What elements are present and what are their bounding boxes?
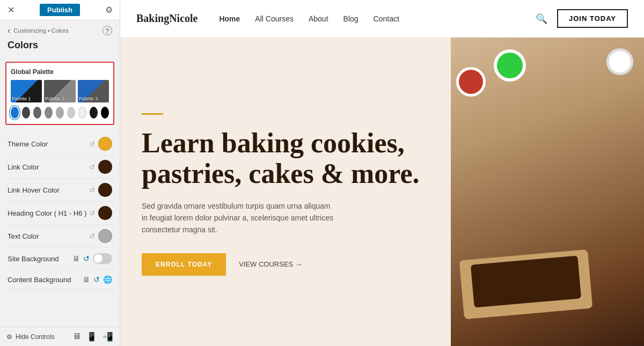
tablet-icon[interactable]: 📱 <box>86 332 97 342</box>
color-dot-6[interactable] <box>78 107 87 119</box>
bottom-bar: ⚙ Hide Controls 🖥 📱 📲 <box>0 327 120 346</box>
theme-color-row: Theme Color ↺ <box>5 132 114 156</box>
hero-accent-bar <box>142 113 163 115</box>
content-background-row: Content Background 🖥 ↺ 🌐 <box>5 270 114 290</box>
content-background-icons: 🖥 ↺ 🌐 <box>83 275 112 284</box>
color-dot-2[interactable] <box>33 107 41 119</box>
text-color-swatch[interactable] <box>98 229 112 243</box>
nav-link-about[interactable]: About <box>309 14 328 23</box>
hero-buttons: ENROLL TODAY VIEW COURSES → <box>142 253 429 276</box>
site-bg-refresh-icon[interactable]: ↺ <box>83 254 90 263</box>
site-bg-monitor-icon[interactable]: 🖥 <box>72 254 80 263</box>
view-courses-link[interactable]: VIEW COURSES → <box>239 260 302 268</box>
heading-color-reset-icon[interactable]: ↺ <box>89 209 95 217</box>
bowl-green <box>494 49 526 82</box>
nav-right: 🔍 JOIN TODAY <box>536 9 628 28</box>
customizer-panel: ✕ Publish ⚙ ‹ Customizing • Colors ? Col… <box>0 0 120 346</box>
bowl-white <box>606 48 633 75</box>
join-today-button[interactable]: JOIN TODAY <box>557 9 628 28</box>
settings-icon: ⚙ <box>6 333 12 341</box>
nav-link-contact[interactable]: Contact <box>374 14 399 23</box>
palette-1[interactable]: Palette 1 <box>11 80 42 102</box>
back-button[interactable]: ‹ <box>8 26 10 35</box>
desktop-icon[interactable]: 🖥 <box>72 332 81 342</box>
hide-controls-button[interactable]: ⚙ Hide Controls <box>6 333 55 341</box>
section-title: Colors <box>0 38 120 57</box>
link-color-swatch[interactable] <box>98 160 112 174</box>
breadcrumb: Customizing • Colors <box>13 27 68 34</box>
palette-2-label: Palette 2 <box>45 96 64 101</box>
palette-3-label: Palette 3 <box>79 96 98 101</box>
link-hover-color-row: Link Hover Color ↺ <box>5 179 114 202</box>
gear-icon[interactable]: ⚙ <box>103 4 115 17</box>
breadcrumb-bar: ‹ Customizing • Colors ? <box>0 20 120 38</box>
text-color-label: Text Color <box>8 232 89 240</box>
site-bg-toggle[interactable] <box>93 253 112 264</box>
palette-3[interactable]: Palette 3 <box>78 80 109 102</box>
palette-swatches: Palette 1 Palette 2 Palette 3 <box>11 80 109 102</box>
global-palette-label: Global Palette <box>11 68 109 76</box>
link-hover-reset-icon[interactable]: ↺ <box>89 186 95 194</box>
close-button[interactable]: ✕ <box>4 4 17 17</box>
color-dot-1[interactable] <box>22 107 30 119</box>
nav-link-blog[interactable]: Blog <box>343 14 358 23</box>
site-logo: BakingNicole <box>136 12 197 25</box>
publish-button[interactable]: Publish <box>40 4 80 16</box>
global-palette-box: Global Palette Palette 1 Palette 2 Palet… <box>5 62 114 125</box>
panel-content: Global Palette Palette 1 Palette 2 Palet… <box>0 57 120 327</box>
mobile-icon[interactable]: 📲 <box>103 332 113 342</box>
link-hover-color-swatch[interactable] <box>98 183 112 197</box>
nav-link-all-courses[interactable]: All Courses <box>255 14 294 23</box>
hero-right <box>451 38 644 346</box>
link-color-reset-icon[interactable]: ↺ <box>89 163 95 171</box>
content-bg-globe-icon[interactable]: 🌐 <box>103 275 112 284</box>
palette-2[interactable]: Palette 2 <box>44 80 75 102</box>
link-color-label: Link Color <box>8 163 89 171</box>
hide-controls-label: Hide Controls <box>16 333 55 341</box>
theme-color-label: Theme Color <box>8 140 89 148</box>
enroll-button[interactable]: ENROLL TODAY <box>142 253 226 276</box>
top-bar: ✕ Publish ⚙ <box>0 0 120 20</box>
color-dot-4[interactable] <box>56 107 64 119</box>
link-hover-color-label: Link Hover Color <box>8 186 89 194</box>
color-dot-0[interactable] <box>11 107 19 119</box>
color-dots <box>11 107 109 119</box>
site-background-label: Site Background <box>8 255 72 263</box>
hero-section: Learn baking cookies, pastries, cakes & … <box>120 38 644 346</box>
content-bg-refresh-icon[interactable]: ↺ <box>93 275 100 284</box>
color-dot-8[interactable] <box>101 107 109 119</box>
toggle-knob <box>94 254 103 263</box>
site-nav-links: Home All Courses About Blog Contact <box>219 14 536 23</box>
heading-color-row: Heading Color ( H1 - H6 ) ↺ <box>5 202 114 225</box>
link-color-row: Link Color ↺ <box>5 156 114 179</box>
heading-color-label: Heading Color ( H1 - H6 ) <box>8 209 89 217</box>
color-dot-5[interactable] <box>67 107 75 119</box>
site-nav: BakingNicole Home All Courses About Blog… <box>120 0 644 38</box>
heading-color-swatch[interactable] <box>98 206 112 220</box>
color-dot-7[interactable] <box>90 107 98 119</box>
hero-description: Sed gravida ornare vestibulum turpis qua… <box>142 200 335 236</box>
nav-link-home[interactable]: Home <box>219 14 240 23</box>
site-background-icons: 🖥 ↺ <box>72 253 112 264</box>
hero-title: Learn baking cookies, pastries, cakes & … <box>142 128 429 189</box>
theme-color-reset-icon[interactable]: ↺ <box>89 140 95 148</box>
bowl-red <box>456 67 486 97</box>
content-bg-monitor-icon[interactable]: 🖥 <box>83 275 90 284</box>
search-icon[interactable]: 🔍 <box>536 13 547 25</box>
site-preview: BakingNicole Home All Courses About Blog… <box>120 0 644 346</box>
help-button[interactable]: ? <box>103 26 112 35</box>
hero-left: Learn baking cookies, pastries, cakes & … <box>120 38 451 346</box>
bottom-device-icons: 🖥 📱 📲 <box>72 332 113 342</box>
palette-1-label: Palette 1 <box>12 96 31 101</box>
theme-color-swatch[interactable] <box>98 137 112 151</box>
site-background-row: Site Background 🖥 ↺ <box>5 248 114 270</box>
text-color-row: Text Color ↺ <box>5 225 114 248</box>
text-color-reset-icon[interactable]: ↺ <box>89 232 95 240</box>
color-dot-3[interactable] <box>45 107 53 119</box>
hero-image <box>451 38 644 346</box>
content-background-label: Content Background <box>8 276 83 284</box>
